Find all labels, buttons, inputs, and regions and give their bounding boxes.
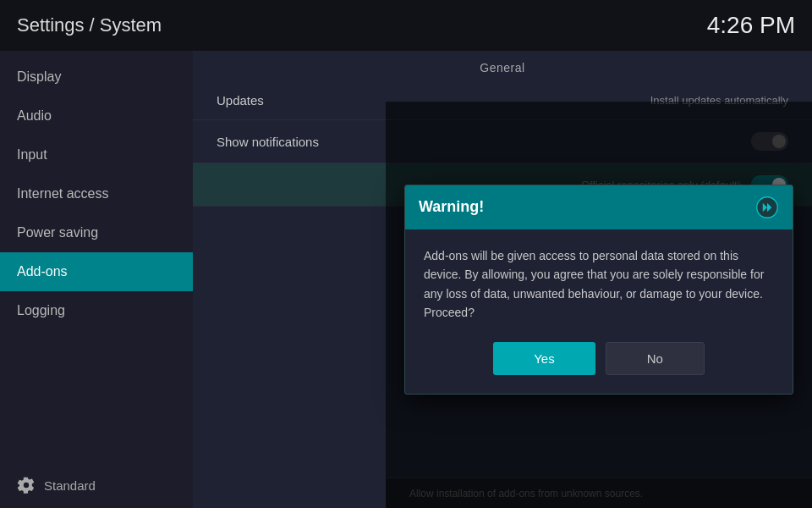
page-title: Settings / System	[17, 14, 162, 36]
sidebar-item-logging[interactable]: Logging	[0, 291, 193, 330]
no-button[interactable]: No	[606, 342, 705, 375]
sidebar-item-internet-access[interactable]: Internet access	[0, 174, 193, 213]
sidebar-nav: Display Audio Input Internet access Powe…	[0, 51, 193, 330]
sidebar-item-addons[interactable]: Add-ons	[0, 252, 193, 291]
modal-header: Warning!	[405, 185, 793, 229]
sidebar-footer: Standard	[0, 462, 193, 508]
clock: 4:26 PM	[707, 12, 795, 39]
section-header: General	[193, 51, 812, 81]
top-bar: Settings / System 4:26 PM	[0, 0, 812, 51]
sidebar-item-power-saving[interactable]: Power saving	[0, 213, 193, 252]
kodi-logo-icon	[755, 196, 779, 219]
show-notifications-label: Show notifications	[217, 135, 319, 149]
sidebar-item-display[interactable]: Display	[0, 58, 193, 97]
yes-button[interactable]: Yes	[493, 342, 595, 375]
modal-title: Warning!	[419, 198, 484, 216]
modal-body: Add-ons will be given access to personal…	[405, 229, 793, 343]
gear-icon	[17, 476, 36, 494]
modal-overlay: Warning! Add-ons will be given access to…	[386, 102, 812, 508]
modal-footer: Yes No	[405, 342, 793, 394]
updates-label: Updates	[217, 93, 264, 108]
sidebar-item-audio[interactable]: Audio	[0, 97, 193, 135]
warning-dialog: Warning! Add-ons will be given access to…	[404, 185, 793, 395]
sidebar: Display Audio Input Internet access Powe…	[0, 51, 193, 508]
main-content: General Updates Install updates automati…	[193, 51, 812, 508]
standard-label: Standard	[44, 478, 96, 493]
sidebar-item-input[interactable]: Input	[0, 135, 193, 174]
modal-body-text: Add-ons will be given access to personal…	[424, 249, 764, 319]
